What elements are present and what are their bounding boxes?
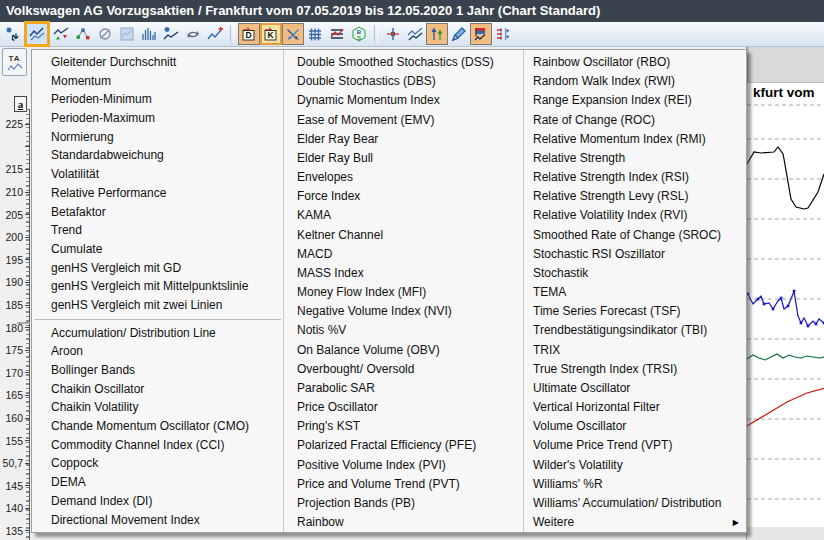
menu-item-indicator[interactable]: Dynamic Momentum Index [284, 91, 523, 110]
menu-item-indicator[interactable]: Chaikin Volatility [32, 398, 283, 417]
draw-button[interactable] [448, 23, 470, 45]
menu-item-indicator[interactable]: genHS Vergleich mit zwei Linien [32, 296, 283, 315]
menu-item-indicator[interactable]: Double Stochastics (DBS) [284, 72, 523, 91]
menu-item-indicator[interactable]: Pring's KST [284, 417, 523, 436]
menu-item-indicator[interactable]: Rate of Change (ROC) [524, 111, 745, 130]
menu-item-indicator[interactable]: Ease of Movement (EMV) [284, 111, 523, 130]
menu-item-indicator[interactable]: Stochastic RSI Oszillator [524, 245, 745, 264]
swap-axes-button[interactable] [282, 23, 304, 45]
menu-item-indicator[interactable]: Williams' Accumulation/ Distribution [524, 494, 745, 513]
crosshair-button[interactable] [382, 23, 404, 45]
menu-item-indicator[interactable]: Cumulate [32, 240, 283, 259]
menu-item-indicator[interactable]: Relative Performance [32, 184, 283, 203]
remove-drawing-button[interactable] [94, 23, 116, 45]
menu-item-indicator[interactable]: True Strength Index (TRSI) [524, 360, 745, 379]
menu-item-indicator[interactable]: Elder Ray Bull [284, 149, 523, 168]
daily-period-button[interactable]: D [238, 23, 260, 45]
menu-item-indicator[interactable]: On Balance Volume (OBV) [284, 341, 523, 360]
chart-preview[interactable]: kfurt vom [746, 47, 824, 540]
menu-item-indicator[interactable]: DEMA [32, 473, 283, 492]
menu-item-indicator[interactable]: Trend [32, 221, 283, 240]
indicator-menu-button[interactable] [24, 21, 50, 47]
insert-indicator-button[interactable] [2, 23, 24, 45]
histogram-button[interactable] [138, 23, 160, 45]
menu-item-indicator[interactable]: Keltner Channel [284, 226, 523, 245]
menu-item-indicator[interactable]: Coppock [32, 454, 283, 473]
menu-item-indicator[interactable]: Ultimate Oscillator [524, 379, 745, 398]
technical-analysis-button[interactable]: TA [2, 48, 27, 76]
menu-item-indicator[interactable]: Commodity Channel Index (CCI) [32, 436, 283, 455]
menu-item-indicator[interactable]: genHS Vergleich mit GD [32, 259, 283, 278]
menu-item-indicator[interactable]: genHS Vergleich mit Mittelpunktslinie [32, 277, 283, 296]
menu-item-indicator[interactable]: Chaikin Oscillator [32, 380, 283, 399]
pattern-button[interactable] [72, 23, 94, 45]
menu-item-indicator[interactable]: Vertical Horizontal Filter [524, 398, 745, 417]
menu-item-indicator[interactable]: Rainbow Oscillator (RBO) [524, 53, 745, 72]
menu-item-indicator[interactable]: Negative Volume Index (NVI) [284, 302, 523, 321]
menu-item-indicator[interactable]: Williams' %R [524, 475, 745, 494]
menu-item-indicator[interactable]: Gleitender Durchschnitt [32, 53, 283, 72]
menu-item-indicator[interactable]: Relative Momentum Index (RMI) [524, 130, 745, 149]
menu-item-indicator[interactable]: Volume Price Trend (VPT) [524, 436, 745, 455]
menu-item-indicator[interactable]: Chande Momentum Oscillator (CMO) [32, 417, 283, 436]
menu-item-indicator[interactable]: Double Smoothed Stochastics (DSS) [284, 53, 523, 72]
menu-item-indicator[interactable]: Smoothed Rate of Change (SROC) [524, 226, 745, 245]
menu-item-indicator[interactable]: Money Flow Index (MFI) [284, 283, 523, 302]
menu-item-indicator[interactable]: Parabolic SAR [284, 379, 523, 398]
grid-toggle-button[interactable] [304, 23, 326, 45]
compare-line-button[interactable] [404, 23, 426, 45]
menu-item-indicator[interactable]: Perioden-Maximum [32, 109, 283, 128]
menu-item-indicator[interactable]: Relative Strength [524, 149, 745, 168]
menu-item-weitere[interactable]: Weitere ▶ [524, 513, 745, 532]
menu-item-indicator[interactable]: Relative Volatility Index (RVI) [524, 206, 745, 225]
menu-item-indicator[interactable]: Bollinger Bands [32, 361, 283, 380]
menu-item-indicator[interactable]: TRIX [524, 341, 745, 360]
menu-item-indicator[interactable]: Volatilität [32, 165, 283, 184]
menu-item-indicator[interactable]: Rainbow [284, 513, 523, 532]
menu-item-indicator[interactable]: MASS Index [284, 264, 523, 283]
menu-item-indicator[interactable]: Normierung [32, 128, 283, 147]
menu-item-indicator[interactable]: Price Oscillator [284, 398, 523, 417]
menu-item-indicator[interactable]: Projection Bands (PB) [284, 494, 523, 513]
buy-sell-signals-button[interactable]: BS [348, 23, 370, 45]
menu-item-indicator[interactable]: Envelopes [284, 168, 523, 187]
menu-item-indicator[interactable]: Price and Volume Trend (PVT) [284, 475, 523, 494]
menu-item-indicator[interactable]: Stochastik [524, 264, 745, 283]
menu-item-indicator[interactable]: Accumulation/ Distribution Line [32, 324, 283, 343]
menu-item-indicator[interactable]: Relative Strength Index (RSI) [524, 168, 745, 187]
indicator-signals-button[interactable] [50, 23, 72, 45]
menu-item-indicator[interactable]: KAMA [284, 206, 523, 225]
menu-item-indicator[interactable]: Volume Oscillator [524, 417, 745, 436]
menu-item-indicator[interactable]: MACD [284, 245, 523, 264]
menu-item-indicator[interactable]: Standardabweichung [32, 146, 283, 165]
menu-item-indicator[interactable]: Trendbestätigungsindikator (TBI) [524, 321, 745, 340]
new-indicator-button[interactable] [160, 23, 182, 45]
menu-item-indicator[interactable]: Demand Index (DI) [32, 492, 283, 511]
menu-item-indicator[interactable]: Force Index [284, 187, 523, 206]
menu-item-indicator[interactable]: Betafaktor [32, 203, 283, 222]
add-line-button[interactable] [204, 23, 226, 45]
recalculate-button[interactable] [182, 23, 204, 45]
menu-item-indicator[interactable]: Positive Volume Index (PVI) [284, 456, 523, 475]
flag-annotation-button[interactable] [470, 23, 492, 45]
menu-item-indicator[interactable]: TEMA [524, 283, 745, 302]
menu-item-indicator[interactable]: Relative Strength Levy (RSL) [524, 187, 745, 206]
menu-item-indicator[interactable]: Time Series Forecast (TSF) [524, 302, 745, 321]
menu-item-indicator[interactable]: Random Walk Index (RWI) [524, 72, 745, 91]
candle-chart-button[interactable]: K [260, 23, 282, 45]
menu-item-indicator[interactable]: Range Expansion Index (REI) [524, 91, 745, 110]
area-indicator-button[interactable] [116, 23, 138, 45]
menu-item-indicator[interactable]: Perioden-Minimum [32, 90, 283, 109]
menu-item-indicator[interactable]: Notis %V [284, 321, 523, 340]
menu-item-indicator[interactable]: Aroon [32, 342, 283, 361]
menu-item-indicator[interactable]: Wilder's Volatility [524, 456, 745, 475]
menu-item-indicator[interactable]: Momentum [32, 72, 283, 91]
indicator-list-button[interactable] [492, 23, 514, 45]
menu-item-indicator[interactable]: Overbought/ Oversold [284, 360, 523, 379]
levels-button[interactable] [326, 23, 348, 45]
trend-arrows-button[interactable] [426, 23, 448, 45]
menu-item-indicator[interactable]: Polarized Fractal Efficiency (PFE) [284, 436, 523, 455]
menu-column-3: Rainbow Oscillator (RBO)Random Walk Inde… [524, 50, 745, 532]
menu-item-indicator[interactable]: Elder Ray Bear [284, 130, 523, 149]
menu-item-indicator[interactable]: Directional Movement Index [32, 511, 283, 530]
